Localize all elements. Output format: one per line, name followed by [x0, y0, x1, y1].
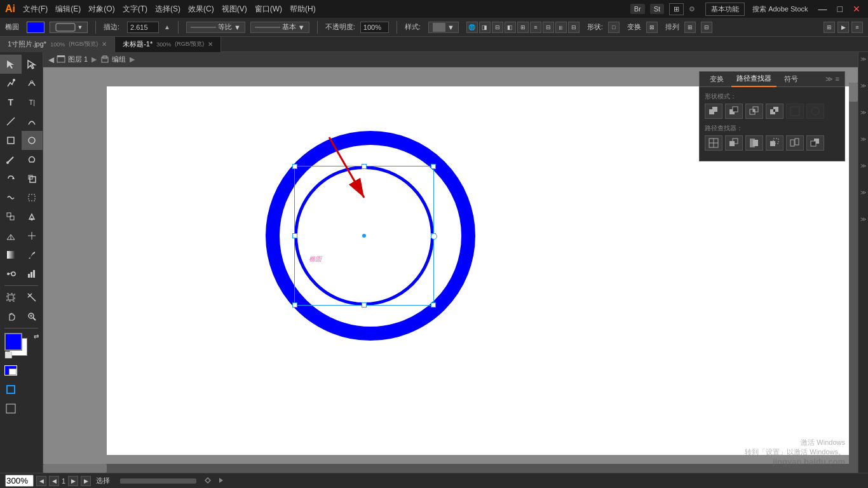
- menu-help[interactable]: 帮助(H): [290, 4, 316, 15]
- search-stock[interactable]: 搜索 Adobe Stock: [752, 4, 808, 14]
- slice-tool[interactable]: [22, 288, 43, 307]
- direct-selection-tool[interactable]: [22, 55, 43, 74]
- change-screen-mode[interactable]: [0, 399, 22, 418]
- menu-text[interactable]: 文字(T): [123, 4, 147, 15]
- blob-brush-tool[interactable]: [22, 150, 43, 169]
- unite-btn[interactable]: [705, 104, 722, 119]
- shape-icon[interactable]: □: [608, 22, 620, 33]
- swap-colors-icon[interactable]: ⇄: [34, 333, 39, 340]
- menu-window[interactable]: 窗口(W): [255, 4, 282, 15]
- merge-btn[interactable]: [745, 135, 763, 151]
- handle-bottom-left[interactable]: [292, 302, 297, 308]
- column-graph-tool[interactable]: [22, 264, 43, 283]
- rp-expand-3[interactable]: ≫: [859, 108, 868, 117]
- reset-colors-icon[interactable]: ⬜: [4, 351, 12, 358]
- page-forward-btn[interactable]: ▶: [68, 476, 78, 486]
- align-center-v[interactable]: ≡: [530, 22, 541, 33]
- menu-object[interactable]: 对象(O): [88, 4, 114, 15]
- minimize-button[interactable]: —: [816, 4, 830, 14]
- distribute-h[interactable]: ⫼: [555, 22, 567, 33]
- outline-btn[interactable]: [786, 135, 804, 151]
- tab-2[interactable]: 未标题-1* 300% (RGB/预览) ✕: [115, 37, 221, 52]
- status-arrow-right[interactable]: [217, 477, 224, 485]
- rp-expand-7[interactable]: ≫: [859, 215, 868, 224]
- base-dropdown[interactable]: 基本 ▼: [250, 22, 309, 33]
- rectangle-tool[interactable]: [0, 131, 22, 150]
- proportion-dropdown[interactable]: 等比 ▼: [186, 22, 245, 33]
- trim-btn[interactable]: [725, 135, 743, 151]
- minus-front-btn[interactable]: [725, 104, 743, 119]
- free-transform-tool[interactable]: [22, 188, 43, 207]
- menu-view[interactable]: 视图(V): [222, 4, 247, 15]
- tab-1-close[interactable]: ✕: [102, 41, 107, 48]
- bridge-btn[interactable]: Br: [630, 4, 645, 14]
- handle-mid-left[interactable]: [292, 233, 297, 238]
- type-tool[interactable]: T: [0, 93, 22, 112]
- opacity-input[interactable]: [360, 22, 389, 33]
- page-back-btn[interactable]: ◀: [49, 476, 59, 486]
- curvature-tool[interactable]: [22, 74, 43, 93]
- align-center-h[interactable]: ⊟: [492, 22, 503, 33]
- touch-type-tool[interactable]: T|: [22, 93, 43, 112]
- draw-mode-btn[interactable]: [0, 380, 22, 399]
- intersect-btn[interactable]: [745, 104, 763, 119]
- handle-bottom-center[interactable]: [362, 302, 367, 308]
- minus-back-btn[interactable]: [806, 135, 824, 151]
- close-button[interactable]: ✕: [850, 4, 863, 14]
- divide-btn[interactable]: [705, 135, 722, 151]
- rp-expand-2[interactable]: ≫: [859, 81, 868, 90]
- line-segment-tool[interactable]: [0, 112, 22, 131]
- arc-tool[interactable]: [22, 112, 43, 131]
- settings-icon[interactable]: ⚙: [689, 5, 695, 13]
- pen-tool[interactable]: [0, 74, 22, 93]
- handle-top-left[interactable]: [292, 164, 297, 169]
- align-globe-icon[interactable]: 🌐: [466, 22, 478, 33]
- options-menu-icon[interactable]: ≡: [851, 22, 863, 33]
- circle-anchor-right[interactable]: [431, 233, 437, 240]
- stroke-up-arrow[interactable]: ▲: [164, 24, 170, 30]
- panel-menu-icon[interactable]: ≡: [836, 75, 839, 83]
- status-nav-icon[interactable]: [204, 477, 212, 485]
- eyedropper-tool[interactable]: [22, 245, 43, 264]
- menu-effect[interactable]: 效果(C): [188, 4, 214, 15]
- rp-expand-4[interactable]: ≫: [859, 135, 868, 144]
- scale-tool[interactable]: [22, 169, 43, 188]
- arrange-icon[interactable]: ⊞: [684, 22, 696, 33]
- align-left[interactable]: ◨: [479, 22, 491, 33]
- panel-tab-transform[interactable]: 变换: [705, 72, 729, 87]
- stock-btn[interactable]: St: [650, 4, 664, 14]
- breadcrumb-back-icon[interactable]: ◀: [48, 55, 54, 64]
- menu-select[interactable]: 选择(S): [155, 4, 180, 15]
- distribute-v[interactable]: ⊟: [568, 22, 580, 33]
- prev-page-btn[interactable]: ◀: [36, 476, 46, 486]
- next-page-btn[interactable]: ▶: [81, 476, 91, 486]
- transform-icon[interactable]: ⊠: [646, 22, 658, 33]
- handle-top-right[interactable]: [431, 164, 436, 169]
- rp-expand-5[interactable]: ≫: [859, 161, 868, 170]
- shape-builder-tool[interactable]: [0, 207, 22, 226]
- gradient-tool[interactable]: [0, 245, 22, 264]
- rp-expand-1[interactable]: ≫: [859, 55, 868, 64]
- exclude-btn[interactable]: [766, 104, 783, 119]
- horizontal-scrollbar[interactable]: [43, 464, 849, 473]
- ellipse-tool[interactable]: [22, 131, 43, 150]
- handle-bottom-right[interactable]: [431, 302, 436, 308]
- selection-tool[interactable]: [0, 55, 22, 74]
- panel-tab-symbol[interactable]: 符号: [779, 72, 803, 87]
- menu-edit[interactable]: 编辑(E): [55, 4, 81, 15]
- color-mode-btn[interactable]: [0, 361, 22, 380]
- align-top[interactable]: ⊞: [517, 22, 529, 33]
- foreground-color-swatch[interactable]: [4, 333, 22, 351]
- blend-tool[interactable]: [0, 264, 22, 283]
- options-arrow-right[interactable]: ▶: [837, 22, 849, 33]
- workspace-dropdown[interactable]: 基本功能: [705, 3, 745, 16]
- panel-tab-pathfinder[interactable]: 路径查找器: [731, 72, 776, 87]
- tab-1[interactable]: 1寸照片.jpg* 100% (RGB/预览) ✕: [0, 37, 115, 52]
- mesh-tool[interactable]: [22, 226, 43, 245]
- paintbrush-tool[interactable]: [0, 150, 22, 169]
- maximize-button[interactable]: □: [835, 4, 845, 14]
- menu-file[interactable]: 文件(F): [23, 4, 48, 15]
- panel-more-icon[interactable]: ≫: [825, 75, 833, 83]
- live-paint-tool[interactable]: [22, 207, 43, 226]
- rotate-tool[interactable]: [0, 169, 22, 188]
